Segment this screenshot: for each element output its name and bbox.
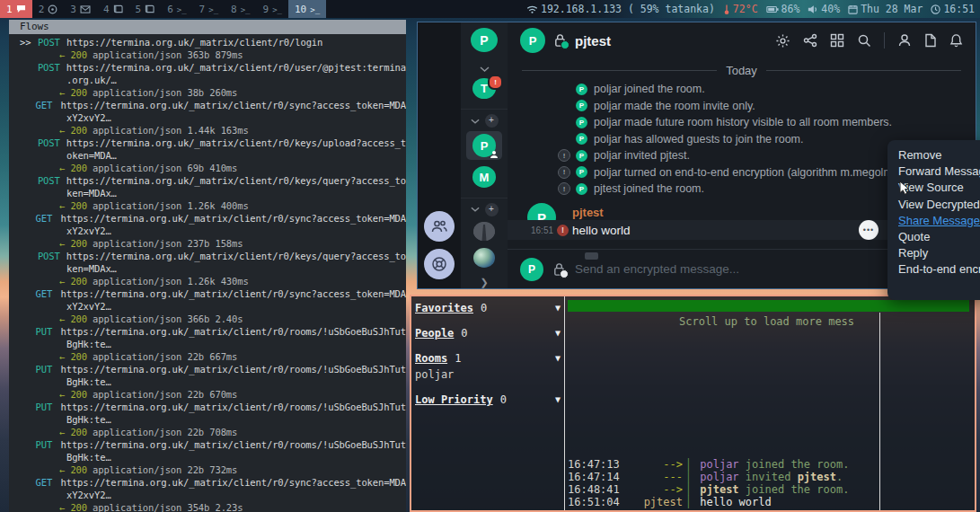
flow-marker	[20, 363, 36, 375]
workspace-button[interactable]: 10>_	[288, 0, 326, 18]
event-text: poljar made the room invite only.	[594, 100, 755, 112]
flow-row[interactable]: PUThttps://termina.org.uk/_matrix/client…	[9, 401, 406, 413]
room-header-avatar[interactable]: P	[520, 28, 545, 53]
buffer-section-label: Low Priority	[415, 393, 493, 406]
flow-row[interactable]: GEThttps://termina.org.uk/_matrix/client…	[9, 212, 406, 225]
flow-marker	[20, 325, 36, 338]
flow-marker	[20, 476, 36, 489]
members-icon[interactable]	[897, 33, 912, 48]
event-avatar-slot: P	[576, 133, 594, 145]
flow-row[interactable]: >>POSThttps://termina.org.uk/_matrix/cli…	[9, 36, 406, 49]
log-timestamp: 16:47:14	[568, 471, 620, 483]
warning-icon: !	[558, 166, 570, 179]
log-separator: ▏	[688, 471, 694, 483]
flow-row[interactable]: POSThttps://termina.org.uk/_matrix/clien…	[9, 137, 406, 149]
apps-grid-icon[interactable]	[830, 33, 844, 48]
add-room-button[interactable]: +	[485, 203, 499, 216]
flow-response: ← 200application/json 1.44k 163ms	[9, 124, 406, 137]
event-warning-slot: !	[558, 182, 576, 195]
collapse-triangle-icon[interactable]: ▼	[555, 327, 561, 340]
workspace-list: 123456>_7>_8>_9>_10>_	[0, 0, 326, 18]
buffer-section[interactable]: Favorites0▼	[415, 302, 561, 314]
flow-row[interactable]: PUThttps://termina.org.uk/_matrix/client…	[9, 363, 406, 375]
buffer-room-item[interactable]: poljar	[415, 368, 561, 381]
community-button[interactable]	[424, 211, 455, 242]
context-menu-item[interactable]: Quote	[898, 229, 980, 245]
flow-url: https://termina.org.uk/_matrix/client/r0…	[61, 287, 407, 300]
workspace-button[interactable]: 6>_	[161, 0, 192, 18]
workspace-button[interactable]: 9>_	[257, 0, 288, 18]
chevron-right-icon[interactable]: ❯	[480, 277, 488, 288]
flow-status-code: ← 200	[59, 313, 87, 325]
message-sender: pjtest	[572, 206, 604, 219]
workspace-number: 3	[70, 4, 76, 15]
help-button[interactable]	[424, 249, 455, 279]
buffer-section-count: 0	[461, 327, 467, 340]
flow-status-code: ← 200	[59, 426, 87, 438]
flow-response-meta: application/json 354b 2.23s	[93, 501, 243, 512]
workspace-button[interactable]: 4	[97, 0, 129, 18]
context-menu-item[interactable]: Forward Message	[898, 163, 980, 180]
context-menu-item[interactable]: Reply	[898, 245, 980, 261]
room-avatar-globe[interactable]	[473, 248, 495, 268]
notifications-bell-icon[interactable]	[949, 33, 963, 48]
context-menu-item[interactable]: Share Message	[898, 213, 980, 229]
message-options-button[interactable]: •••	[859, 220, 878, 240]
flow-row[interactable]: PUThttps://termina.org.uk/_matrix/client…	[9, 438, 406, 451]
settings-gear-icon[interactable]	[775, 33, 790, 49]
chevron-down-icon[interactable]	[471, 119, 480, 124]
buffer-section[interactable]: Rooms1▼	[415, 352, 561, 365]
workspace-button[interactable]: 7>_	[193, 0, 225, 18]
flow-row[interactable]: POSThttps://termina.org.uk/_matrix/clien…	[9, 174, 406, 187]
date-divider: Today	[522, 64, 961, 77]
flow-response-meta: application/json 363b 879ms	[93, 49, 243, 61]
workspace-button[interactable]: 5	[129, 0, 162, 18]
flow-method: POST	[38, 36, 66, 49]
event-avatar: P	[576, 166, 587, 178]
flow-row[interactable]: PUThttps://termina.org.uk/_matrix/client…	[9, 325, 406, 338]
flow-row[interactable]: POSThttps://termina.org.uk/_matrix/clien…	[9, 61, 406, 74]
log-text-segment: joined the room.	[739, 458, 850, 471]
search-icon[interactable]	[857, 33, 871, 48]
encryption-lock-icon	[553, 33, 567, 48]
workspace-button[interactable]: 2	[32, 0, 65, 18]
workspace-button[interactable]: 1	[0, 0, 32, 18]
flow-url-wrap: BgHk:te…	[66, 375, 111, 388]
room-avatar-image[interactable]	[473, 222, 495, 242]
chevron-down-icon[interactable]	[471, 207, 480, 212]
flow-url: https://termina.org.uk/_matrix/client/r0…	[61, 476, 407, 489]
log-text-segment: .	[836, 471, 843, 483]
workspace-button[interactable]: 8>_	[225, 0, 256, 18]
flow-row[interactable]: GEThttps://termina.org.uk/_matrix/client…	[9, 476, 406, 489]
context-menu-item[interactable]: End-to-end encryption	[898, 261, 980, 278]
flow-response: ← 200application/json 1.26k 400ms	[9, 199, 406, 212]
collapse-triangle-icon[interactable]: ▼	[555, 352, 561, 365]
share-icon[interactable]	[803, 33, 817, 48]
wifi-icon	[526, 4, 538, 14]
flow-response-meta: application/json 1.26k 430ms	[93, 275, 249, 287]
workspace-number: 7	[199, 4, 206, 15]
flow-method: PUT	[36, 401, 61, 413]
buffer-section[interactable]: People0▼	[415, 327, 561, 340]
workspace-button[interactable]: 3	[64, 0, 97, 18]
collapse-triangle-icon[interactable]: ▼	[555, 302, 561, 314]
room-item-selected[interactable]: P	[466, 131, 502, 160]
room-avatar[interactable]: M	[472, 166, 496, 187]
chevron-down-icon[interactable]	[480, 66, 490, 72]
flow-marker	[20, 401, 36, 413]
add-room-button[interactable]: +	[485, 114, 499, 128]
buffer-section[interactable]: Low Priority0▼	[415, 393, 561, 406]
room-avatar-invite[interactable]: T !	[472, 78, 496, 99]
context-menu-item[interactable]: View Decrypted Source	[898, 197, 980, 213]
collapse-triangle-icon[interactable]: ▼	[555, 393, 561, 406]
message-input[interactable]: Send an encrypted message...	[575, 262, 739, 276]
date-divider-label: Today	[726, 64, 757, 77]
flow-status-code: ← 200	[59, 49, 87, 61]
context-menu-item[interactable]: Remove	[898, 147, 980, 163]
flow-row[interactable]: POSThttps://termina.org.uk/_matrix/clien…	[9, 250, 406, 262]
flow-status-code: ← 200	[59, 162, 87, 174]
flow-row[interactable]: GEThttps://termina.org.uk/_matrix/client…	[9, 287, 406, 300]
flow-row[interactable]: GEThttps://termina.org.uk/_matrix/client…	[9, 99, 406, 111]
files-icon[interactable]	[924, 33, 937, 48]
user-avatar[interactable]: P	[471, 28, 498, 52]
